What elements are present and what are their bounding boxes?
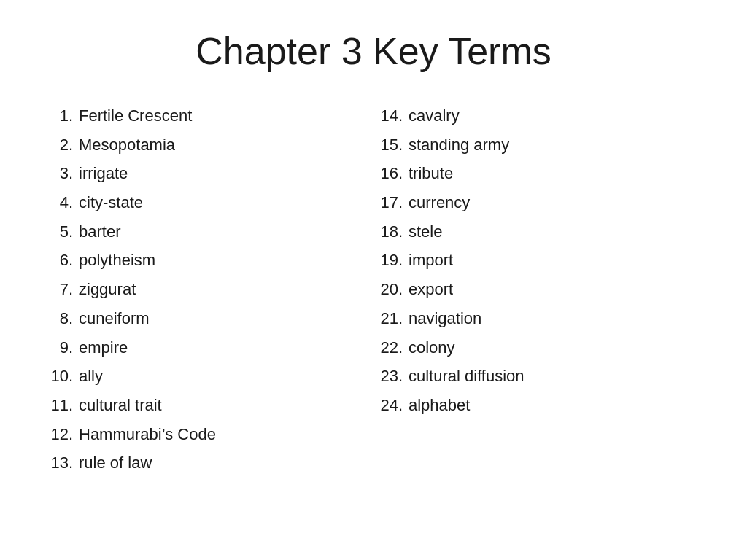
list-item: 4.city-state [44,192,374,214]
item-number: 11. [44,394,79,416]
item-number: 3. [44,163,79,184]
item-number: 8. [44,308,79,330]
item-text: navigation [409,308,481,330]
item-text: city-state [79,192,143,214]
item-number: 7. [44,279,79,300]
item-number: 21. [374,308,409,330]
list-item: 18.stele [374,221,703,243]
item-text: tribute [409,163,453,184]
left-column: 1.Fertile Crescent2.Mesopotamia3.irrigat… [44,105,374,531]
item-text: rule of law [79,452,152,474]
list-item: 23.cultural diffusion [374,365,703,387]
page-container: Chapter 3 Key Terms 1.Fertile Crescent2.… [0,0,747,560]
list-item: 10.ally [44,365,374,387]
item-number: 18. [374,221,409,243]
list-item: 8.cuneiform [44,308,374,330]
item-text: stele [409,221,442,243]
item-number: 2. [44,134,79,156]
list-item: 14.cavalry [374,105,703,127]
item-number: 6. [44,249,79,271]
item-text: barter [79,221,120,243]
item-text: Fertile Crescent [79,105,192,127]
item-number: 23. [374,365,409,387]
list-item: 19.import [374,249,703,271]
list-item: 11.cultural trait [44,394,374,416]
item-number: 12. [44,424,79,446]
item-number: 5. [44,221,79,243]
list-item: 7.ziggurat [44,279,374,300]
item-number: 19. [374,249,409,271]
item-number: 14. [374,105,409,127]
item-text: import [409,249,453,271]
page-title: Chapter 3 Key Terms [44,29,703,73]
item-text: cultural diffusion [409,365,525,387]
list-item: 13.rule of law [44,452,374,474]
list-item: 16.tribute [374,163,703,184]
item-text: Hammurabi’s Code [79,424,216,446]
content-area: 1.Fertile Crescent2.Mesopotamia3.irrigat… [44,105,703,531]
item-number: 20. [374,279,409,300]
item-text: cultural trait [79,394,162,416]
item-text: alphabet [409,394,470,416]
list-item: 3.irrigate [44,163,374,184]
item-text: cavalry [409,105,460,127]
item-text: ally [79,365,103,387]
list-item: 22.colony [374,337,703,359]
list-item: 5.barter [44,221,374,243]
item-text: colony [409,337,455,359]
list-item: 1.Fertile Crescent [44,105,374,127]
item-number: 24. [374,394,409,416]
list-item: 21.navigation [374,308,703,330]
item-number: 17. [374,192,409,214]
list-item: 12.Hammurabi’s Code [44,424,374,446]
item-text: cuneiform [79,308,150,330]
item-number: 10. [44,365,79,387]
item-number: 4. [44,192,79,214]
item-text: standing army [409,134,509,156]
list-item: 24.alphabet [374,394,703,416]
right-column: 14.cavalry15.standing army16.tribute17.c… [374,105,703,531]
item-text: ziggurat [79,279,136,300]
item-text: currency [409,192,470,214]
item-number: 9. [44,337,79,359]
list-item: 9.empire [44,337,374,359]
item-number: 13. [44,452,79,474]
list-item: 17.currency [374,192,703,214]
item-text: export [409,279,453,300]
list-item: 20.export [374,279,703,300]
list-item: 2.Mesopotamia [44,134,374,156]
list-item: 15.standing army [374,134,703,156]
item-text: Mesopotamia [79,134,175,156]
item-number: 1. [44,105,79,127]
item-text: irrigate [79,163,128,184]
item-number: 15. [374,134,409,156]
item-text: empire [79,337,128,359]
list-item: 6.polytheism [44,249,374,271]
item-text: polytheism [79,249,155,271]
item-number: 22. [374,337,409,359]
item-number: 16. [374,163,409,184]
